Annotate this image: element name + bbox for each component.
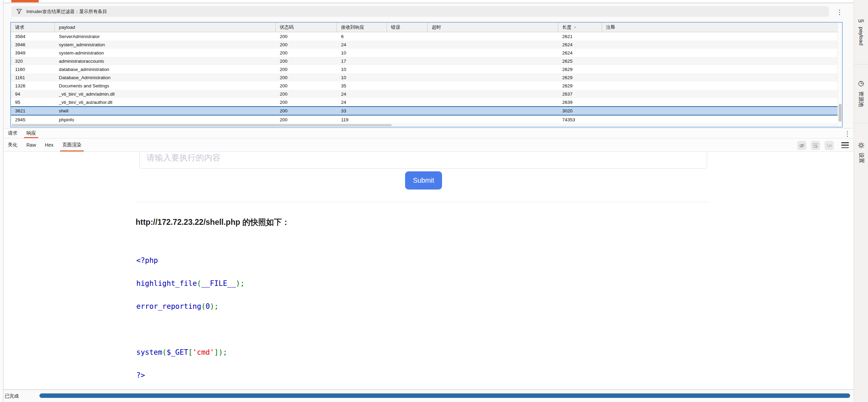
cell-request: 2945 — [11, 115, 55, 123]
cell-timeout — [428, 57, 558, 65]
cell-error — [387, 49, 428, 57]
results-filter-bar[interactable]: Intruder攻击结果过滤器：显示所有条目 — [11, 6, 829, 17]
cell-timeout — [428, 49, 558, 57]
tab-render[interactable]: 页面渲染 — [58, 138, 86, 151]
result-row-1326[interactable]: 1326Documents and Settings200352629 — [11, 82, 838, 90]
cell-comment — [602, 65, 838, 73]
cell-received: 10 — [337, 65, 387, 73]
column-header-4[interactable]: 接收到响应 — [337, 23, 387, 32]
php-code-line: highlight_file(__FILE__); — [136, 272, 244, 295]
cell-received: 33 — [337, 107, 387, 115]
result-row-1161[interactable]: 1161Database_Administration200102629 — [11, 73, 838, 82]
tab-raw[interactable]: Raw — [22, 138, 40, 151]
php-code-line: system($_GET['cmd']); — [136, 341, 244, 364]
column-header-2[interactable]: payload — [55, 23, 276, 32]
tab-pretty[interactable]: 美化 — [3, 138, 22, 151]
cell-status: 200 — [276, 57, 337, 65]
tab-response[interactable]: 响应 — [22, 129, 40, 138]
vertical-scrollbar-thumb[interactable] — [839, 104, 842, 122]
horizontal-scrollbar-thumb[interactable] — [12, 124, 392, 126]
sidebar-item-resource-pool[interactable]: 资源池 — [854, 64, 868, 123]
newline-icon[interactable]: \n — [825, 141, 834, 150]
cell-payload: phpinfo — [55, 115, 276, 123]
response-view-tabs: 美化 Raw Hex 页面渲染 \n — [3, 138, 854, 152]
cell-request: 1326 — [11, 82, 55, 90]
cell-request: 3621 — [11, 107, 55, 115]
visibility-off-icon[interactable] — [797, 141, 806, 150]
cell-length: 2629 — [558, 73, 602, 82]
cell-received: 35 — [337, 82, 387, 90]
tab-hex[interactable]: Hex — [40, 138, 58, 151]
command-input[interactable] — [139, 152, 707, 169]
sidebar-item-label: 设置 — [857, 153, 865, 163]
cell-error — [387, 107, 428, 115]
intruder-attack-results-window: Intruder攻击结果过滤器：显示所有条目 ⋮ 请求payload状态码接收到… — [0, 0, 868, 402]
cell-payload: administratoraccounts — [55, 57, 276, 65]
column-header-8[interactable]: 注释 — [602, 23, 838, 32]
result-row-2945[interactable]: 2945phpinfo20011974353 — [11, 115, 838, 123]
cell-error — [387, 82, 428, 90]
cell-request: 3584 — [11, 32, 55, 40]
cell-status: 200 — [276, 49, 337, 57]
sidebar-item-label: 资源池 — [857, 91, 865, 107]
cell-timeout — [428, 98, 558, 106]
cell-request: 3949 — [11, 49, 55, 57]
column-header-7[interactable]: 长度∧ — [558, 23, 602, 32]
cell-length: 2624 — [558, 49, 602, 57]
column-header-1[interactable]: 请求 — [11, 23, 55, 32]
horizontal-scrollbar[interactable] — [11, 123, 838, 127]
filter-bar-label: Intruder攻击结果过滤器：显示所有条目 — [26, 9, 107, 15]
cell-status: 200 — [276, 65, 337, 73]
cell-length: 2629 — [558, 82, 602, 90]
cell-comment — [602, 115, 838, 123]
settings-menu-icon[interactable] — [841, 142, 849, 148]
result-row-3946[interactable]: 3946system_administration200242624 — [11, 40, 838, 49]
result-row-94[interactable]: 94_vti_bin/_vti_adm/admin.dll200242637 — [11, 90, 838, 98]
results-table: 请求payload状态码接收到响应错误超时长度∧注释 3584ServerAdm… — [10, 22, 843, 127]
column-header-5[interactable]: 错误 — [387, 23, 428, 32]
cell-timeout — [428, 32, 558, 40]
main-area: Intruder攻击结果过滤器：显示所有条目 ⋮ 请求payload状态码接收到… — [3, 3, 854, 402]
submit-button[interactable]: Submit — [405, 171, 442, 190]
word-wrap-icon[interactable] — [811, 141, 820, 150]
result-row-1160[interactable]: 1160database_administration200102629 — [11, 65, 838, 73]
result-row-3621[interactable]: 3621shell200333020 — [11, 106, 838, 115]
cell-received: 119 — [337, 115, 387, 123]
rendered-page: Submit http://172.72.23.22/shell.php 的快照… — [3, 152, 854, 390]
cell-comment — [602, 40, 838, 49]
tab-request[interactable]: 请求 — [3, 129, 22, 138]
cell-comment — [602, 107, 838, 115]
cell-comment — [602, 57, 838, 65]
sidebar-item-settings[interactable]: 设置 — [854, 123, 868, 182]
column-header-3[interactable]: 状态码 — [276, 23, 337, 32]
cell-status: 200 — [276, 73, 337, 82]
response-kebab-menu-icon[interactable]: ⋮ — [843, 129, 852, 138]
cell-received: 10 — [337, 49, 387, 57]
vertical-scrollbar[interactable] — [838, 23, 842, 127]
cell-received: 24 — [337, 98, 387, 106]
sidebar-item-payload[interactable]: § payload — [854, 0, 868, 64]
result-row-320[interactable]: 320administratoraccounts200172625 — [11, 57, 838, 65]
result-row-3584[interactable]: 3584ServerAdministrator20062621 — [11, 32, 838, 40]
cell-comment — [602, 98, 838, 106]
cell-timeout — [428, 65, 558, 73]
filter-kebab-menu-icon[interactable]: ⋮ — [835, 8, 844, 16]
cell-status: 200 — [276, 32, 337, 40]
cell-payload: shell — [55, 107, 276, 115]
active-tab-indicator — [11, 0, 39, 2]
cell-timeout — [428, 40, 558, 49]
cell-error — [387, 90, 428, 98]
cell-status: 200 — [276, 115, 337, 123]
result-row-95[interactable]: 95_vti_bin/_vti_aut/author.dll200242639 — [11, 98, 838, 106]
result-row-3949[interactable]: 3949system-administration200102624 — [11, 49, 838, 57]
cell-received: 6 — [337, 32, 387, 40]
cell-payload: system-administration — [55, 49, 276, 57]
cell-error — [387, 40, 428, 49]
cell-error — [387, 73, 428, 82]
column-header-6[interactable]: 超时 — [428, 23, 558, 32]
cell-comment — [602, 90, 838, 98]
window-left-edge — [0, 0, 3, 402]
resource-pool-icon — [858, 81, 864, 87]
php-code-line: ?> — [136, 364, 244, 387]
cell-status: 200 — [276, 107, 337, 115]
